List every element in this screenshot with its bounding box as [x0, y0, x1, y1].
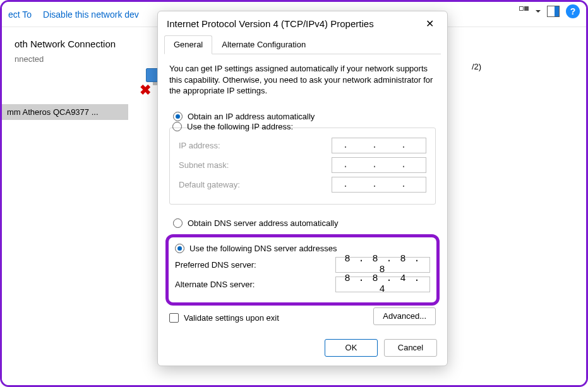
advanced-button[interactable]: Advanced...	[373, 307, 436, 325]
radio-ip-manual[interactable]: Use the following IP address:	[172, 122, 426, 131]
dialog-titlebar: Internet Protocol Version 4 (TCP/IPv4) P…	[158, 11, 447, 35]
checkbox-label: Validate settings upon exit	[184, 313, 279, 323]
adapter-device-name: mm Atheros QCA9377 ...	[2, 104, 128, 120]
radio-label: Use the following IP address:	[187, 122, 293, 131]
chevron-down-icon[interactable]	[536, 10, 541, 13]
tab-strip: General Alternate Configuration	[164, 35, 441, 54]
radio-label: Obtain an IP address automatically	[188, 112, 315, 121]
connection-item-selected[interactable]: mm Atheros QCA9377 ...	[2, 104, 128, 120]
partial-text: /2)	[472, 62, 481, 71]
default-gateway-input: . . .	[332, 177, 426, 193]
preview-pane-icon[interactable]	[547, 6, 560, 17]
radio-ip-auto[interactable]: Obtain an IP address automatically	[173, 112, 436, 121]
preferred-dns-input[interactable]: 8 . 8 . 8 . 8	[335, 257, 430, 273]
ip-fieldset: Use the following IP address: IP address…	[169, 128, 436, 205]
alternate-dns-input[interactable]: 8 . 8 . 4 . 4	[335, 277, 430, 292]
dns-highlight: Use the following DNS server addresses P…	[165, 234, 440, 306]
checkbox-icon	[169, 313, 179, 323]
preferred-dns-label: Preferred DNS server:	[175, 260, 256, 270]
dialog-footer: OK Cancel	[158, 333, 447, 366]
toolbar-disable-device[interactable]: Disable this network dev	[43, 9, 139, 20]
help-icon[interactable]: ?	[566, 4, 580, 18]
dialog-title: Internet Protocol Version 4 (TCP/IPv4) P…	[167, 18, 374, 29]
disconnected-x-icon: ✖	[140, 82, 151, 98]
radio-icon	[173, 218, 183, 228]
radio-icon	[173, 112, 183, 121]
tab-alternate-configuration[interactable]: Alternate Configuration	[212, 35, 315, 54]
cancel-button[interactable]: Cancel	[384, 339, 437, 357]
alternate-dns-label: Alternate DNS server:	[175, 280, 255, 289]
subnet-mask-input: . . .	[332, 157, 426, 173]
radio-label: Obtain DNS server address automatically	[188, 218, 338, 228]
subnet-mask-label: Subnet mask:	[179, 160, 229, 170]
ip-address-input: . . .	[332, 138, 426, 153]
toolbar-connect-to[interactable]: ect To	[8, 9, 32, 20]
close-icon[interactable]: ✕	[421, 18, 438, 30]
default-gateway-label: Default gateway:	[179, 180, 240, 189]
view-options-icon[interactable]	[519, 6, 529, 16]
ip-address-label: IP address:	[179, 141, 220, 150]
radio-dns-auto[interactable]: Obtain DNS server address automatically	[173, 218, 436, 228]
ok-button[interactable]: OK	[325, 339, 378, 357]
radio-label: Use the following DNS server addresses	[189, 244, 337, 253]
ipv4-properties-dialog: Internet Protocol Version 4 (TCP/IPv4) P…	[157, 11, 448, 366]
radio-icon	[172, 122, 182, 131]
radio-dns-manual[interactable]: Use the following DNS server addresses	[175, 244, 430, 253]
intro-text: You can get IP settings assigned automat…	[169, 63, 436, 97]
tab-general[interactable]: General	[164, 35, 212, 54]
radio-icon	[175, 244, 184, 253]
